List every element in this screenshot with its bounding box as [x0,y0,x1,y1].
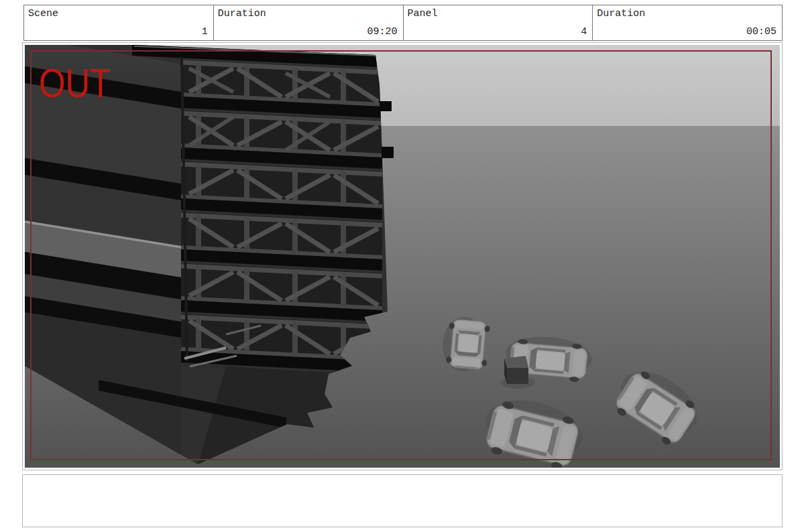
field-scene-label: Scene [28,8,58,19]
field-panel-value: 4 [581,26,587,38]
scene-3d-render [25,45,780,468]
field-scene-value: 1 [202,26,208,38]
field-scene-duration-label: Duration [218,8,266,19]
field-scene-duration-value: 09:20 [367,26,397,38]
field-scene[interactable]: Scene 1 [23,5,214,41]
panel-info-bar: Scene 1 Duration 09:20 Panel 4 Duration … [23,5,783,41]
storyboard-panel: OUT [22,42,783,470]
field-panel-label: Panel [408,8,438,19]
out-marker: OUT [39,62,111,104]
storyboard-frame-canvas[interactable]: OUT [25,45,780,468]
field-panel-duration[interactable]: Duration 00:05 [592,5,783,41]
field-panel-duration-value: 00:05 [746,26,776,38]
field-panel[interactable]: Panel 4 [403,5,593,41]
field-scene-duration[interactable]: Duration 09:20 [213,5,404,41]
caption-box[interactable] [22,474,783,527]
field-panel-duration-label: Duration [597,8,645,19]
